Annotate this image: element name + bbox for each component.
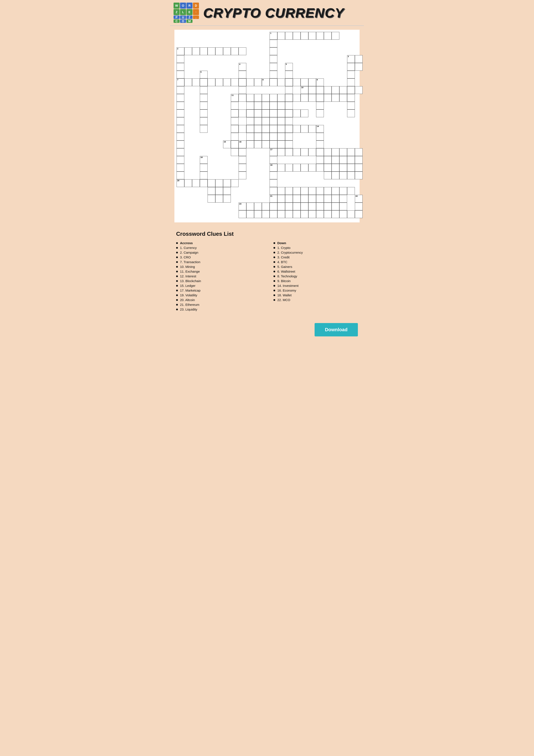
crossword-cell[interactable] [269,40,277,47]
crossword-cell[interactable] [246,102,254,109]
crossword-cell[interactable] [200,117,208,125]
crossword-cell[interactable] [239,210,246,218]
crossword-cell[interactable] [285,78,293,86]
crossword-cell[interactable] [316,86,324,94]
crossword-cell[interactable] [316,195,324,202]
crossword-cell[interactable] [355,148,363,156]
crossword-cell[interactable] [277,164,285,172]
crossword-cell[interactable] [285,133,293,141]
crossword-cell[interactable] [355,172,363,179]
crossword-cell[interactable] [262,94,269,102]
crossword-cell[interactable] [239,148,246,156]
crossword-cell[interactable]: 22 [355,195,363,202]
crossword-cell[interactable] [184,47,192,55]
crossword-cell[interactable] [277,109,285,117]
crossword-cell[interactable] [285,125,293,133]
crossword-cell[interactable]: 7 [177,78,184,86]
crossword-cell[interactable] [293,78,301,86]
crossword-cell[interactable] [254,141,262,148]
crossword-cell[interactable] [231,133,239,141]
crossword-cell[interactable] [355,202,363,210]
crossword-cell[interactable] [355,156,363,164]
crossword-cell[interactable] [269,187,277,195]
crossword-cell[interactable] [177,117,184,125]
crossword-cell[interactable] [301,210,308,218]
crossword-cell[interactable] [316,109,324,117]
crossword-cell[interactable] [316,32,324,40]
crossword-cell[interactable] [316,187,324,195]
crossword-cell[interactable] [324,195,332,202]
crossword-cell[interactable] [285,117,293,125]
crossword-cell[interactable] [177,125,184,133]
crossword-cell[interactable]: 17 [269,148,277,156]
crossword-cell[interactable] [339,202,347,210]
crossword-cell[interactable] [254,94,262,102]
crossword-cell[interactable] [332,32,339,40]
crossword-cell[interactable] [301,195,308,202]
crossword-cell[interactable] [316,102,324,109]
crossword-cell[interactable] [301,32,308,40]
crossword-cell[interactable] [231,109,239,117]
crossword-cell[interactable] [215,187,223,195]
crossword-cell[interactable] [293,148,301,156]
crossword-cell[interactable] [184,179,192,187]
crossword-cell[interactable]: 8 [262,78,269,86]
crossword-cell[interactable] [285,86,293,94]
crossword-cell[interactable] [262,202,269,210]
crossword-cell[interactable] [355,63,363,71]
crossword-cell[interactable] [246,109,254,117]
crossword-cell[interactable]: 1 [269,32,277,40]
crossword-cell[interactable] [254,117,262,125]
crossword-cell[interactable] [262,125,269,133]
crossword-cell[interactable] [339,156,347,164]
crossword-cell[interactable] [293,187,301,195]
crossword-cell[interactable] [277,117,285,125]
download-button[interactable]: Download [315,323,358,337]
crossword-cell[interactable] [231,148,239,156]
crossword-cell[interactable] [285,195,293,202]
crossword-cell[interactable] [347,63,355,71]
crossword-cell[interactable] [277,148,285,156]
crossword-cell[interactable] [269,78,277,86]
crossword-cell[interactable] [347,156,355,164]
crossword-cell[interactable] [215,47,223,55]
crossword-cell[interactable] [277,102,285,109]
crossword-cell[interactable] [239,172,246,179]
crossword-cell[interactable] [332,202,339,210]
crossword-cell[interactable] [177,148,184,156]
crossword-cell[interactable] [262,109,269,117]
crossword-cell[interactable] [254,210,262,218]
crossword-cell[interactable] [277,141,285,148]
crossword-cell[interactable] [246,210,254,218]
crossword-cell[interactable] [293,125,301,133]
crossword-cell[interactable] [269,71,277,78]
crossword-cell[interactable] [308,187,316,195]
crossword-cell[interactable] [223,187,231,195]
crossword-cell[interactable] [254,125,262,133]
crossword-cell[interactable] [339,148,347,156]
crossword-cell[interactable] [339,94,347,102]
crossword-cell[interactable]: 16 [239,141,246,148]
crossword-cell[interactable] [324,94,332,102]
crossword-cell[interactable] [231,47,239,55]
crossword-cell[interactable] [347,86,355,94]
crossword-cell[interactable] [239,94,246,102]
crossword-cell[interactable] [347,102,355,109]
crossword-cell[interactable] [215,179,223,187]
crossword-cell[interactable] [269,63,277,71]
crossword-cell[interactable] [316,164,324,172]
crossword-cell[interactable] [347,210,355,218]
crossword-cell[interactable] [269,55,277,63]
crossword-cell[interactable] [293,210,301,218]
crossword-cell[interactable] [285,210,293,218]
crossword-cell[interactable] [324,187,332,195]
crossword-cell[interactable] [339,210,347,218]
crossword-cell[interactable]: 23 [239,202,246,210]
crossword-cell[interactable] [332,172,339,179]
crossword-cell[interactable] [177,109,184,117]
crossword-cell[interactable] [285,102,293,109]
crossword-cell[interactable] [239,86,246,94]
crossword-cell[interactable] [246,117,254,125]
crossword-cell[interactable] [246,141,254,148]
crossword-cell[interactable] [269,202,277,210]
